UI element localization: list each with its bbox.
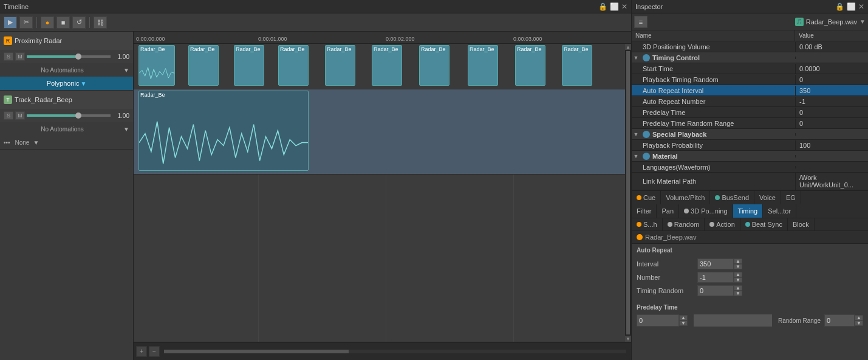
zoom-out-button[interactable]: − xyxy=(149,346,160,357)
tab-3d-positioning[interactable]: 3D Po...ning xyxy=(679,204,733,218)
clip-2[interactable]: Radar_Be xyxy=(188,45,219,86)
interval-spin-down[interactable]: ▼ xyxy=(734,264,742,269)
inspector-lock-icon[interactable]: 🔒 xyxy=(835,2,844,11)
subtab-random[interactable]: Random xyxy=(663,218,705,230)
subtab-beat-sync-label: Beat Sync xyxy=(752,221,782,228)
horizontal-scrollbar[interactable] xyxy=(164,350,626,353)
prop-section-material[interactable]: ▼ Material xyxy=(632,151,868,162)
tab-selector[interactable]: Sel...tor xyxy=(763,204,796,218)
prop-row-playback-random[interactable]: Playback Timing Random 0 xyxy=(632,74,868,85)
prop-row-predelay-time[interactable]: Predelay Time 0 xyxy=(632,107,868,118)
track-solo-button-2[interactable]: M xyxy=(15,111,25,120)
main-clip[interactable]: Radar_Be xyxy=(138,91,309,171)
prop-header-name: Name xyxy=(632,30,795,41)
track-mode-arrow-1[interactable]: ▼ xyxy=(80,80,86,87)
clip-7[interactable]: Radar_Be xyxy=(419,45,449,86)
subtab-action[interactable]: Action xyxy=(705,218,740,230)
interval-row: Interval ▲ ▼ xyxy=(637,258,863,269)
zoom-in-button[interactable]: + xyxy=(136,346,147,357)
clip-5[interactable]: Radar_Be xyxy=(325,45,355,86)
subtab-beat-sync[interactable]: Beat Sync xyxy=(740,218,788,230)
predelay-spin-down[interactable]: ▼ xyxy=(679,320,688,326)
tab-volume-pitch[interactable]: Volume/Pitch xyxy=(661,191,710,204)
track-solo-button-1[interactable]: M xyxy=(15,52,25,61)
clip-3[interactable]: Radar_Be xyxy=(234,45,264,86)
prop-row-link-material[interactable]: Link Material Path /Work Unit/WorkUnit_0… xyxy=(632,173,868,190)
predelay-spin-up[interactable]: ▲ xyxy=(679,315,688,320)
clip-4[interactable]: Radar_Be xyxy=(278,45,309,86)
tab-eg-label: EG xyxy=(786,194,796,201)
automation-arrow-2[interactable]: ▼ xyxy=(123,126,129,133)
prop-row-auto-repeat-number[interactable]: Auto Repeat Number -1 xyxy=(632,96,868,107)
clip-6[interactable]: Radar_Be xyxy=(372,45,402,86)
ruler-mark-1: 0:00:01.000 xyxy=(258,36,287,42)
prop-section-special[interactable]: ▼ Special Playback xyxy=(632,129,868,140)
number-spin-buttons: ▲ ▼ xyxy=(734,272,742,283)
tab-bussend[interactable]: BusSend xyxy=(710,191,754,204)
random-range-spin-down[interactable]: ▼ xyxy=(855,320,863,326)
inspector-menu-button[interactable]: ≡ xyxy=(634,16,648,28)
vertical-scrollbar[interactable]: ▲ ▼ xyxy=(625,44,631,342)
clip-1[interactable]: Radar_Be xyxy=(138,45,175,86)
inspector-restore-icon[interactable]: ⬜ xyxy=(847,2,856,11)
automation-arrow-1[interactable]: ▼ xyxy=(123,67,129,74)
prop-row-auto-repeat-interval[interactable]: Auto Repeat Interval 350 xyxy=(632,85,868,96)
restore-icon[interactable]: ⬜ xyxy=(610,2,619,11)
predelay-spin-buttons: ▲ ▼ xyxy=(679,315,688,326)
prop-section-timing[interactable]: ▼ Timing Control xyxy=(632,52,868,63)
tab-filter[interactable]: Filter xyxy=(632,204,657,218)
timing-random-spin-up[interactable]: ▲ xyxy=(734,285,742,291)
material-section-label: Material xyxy=(640,151,795,161)
inspector-file-name: Radar_Beep.wav xyxy=(806,18,857,26)
track-mode-arrow-2[interactable]: ▼ xyxy=(33,139,39,146)
tab-voice[interactable]: Voice xyxy=(754,191,781,204)
interval-input[interactable] xyxy=(697,258,734,269)
subtab-block[interactable]: Block xyxy=(788,218,815,230)
scroll-up-button[interactable]: ▲ xyxy=(625,44,631,50)
lock-icon[interactable]: 🔒 xyxy=(598,2,607,11)
number-input[interactable] xyxy=(697,272,734,283)
track-volume-slider-2[interactable] xyxy=(27,114,111,117)
prop-row-languages[interactable]: Languages(Waveform) xyxy=(632,162,868,173)
inspector-close-icon[interactable]: ✕ xyxy=(858,2,864,11)
timing-random-input-group: ▲ ▼ xyxy=(697,285,742,296)
prop-row-playback-prob[interactable]: Playback Probability 100 xyxy=(632,140,868,151)
prop-row-predelay-random[interactable]: Predelay Time Random Range 0 xyxy=(632,118,868,129)
tab-cue[interactable]: Cue xyxy=(632,191,661,204)
predelay-value-input[interactable] xyxy=(637,314,679,327)
tab-eg[interactable]: EG xyxy=(781,191,801,204)
select-tool-button[interactable]: ▶ xyxy=(4,16,17,29)
subtab-sh[interactable]: S...h xyxy=(632,218,663,230)
track-volume-slider-1[interactable] xyxy=(27,55,111,58)
timing-random-input[interactable] xyxy=(697,285,734,296)
clip-9[interactable]: Radar_Be xyxy=(515,45,545,86)
scroll-down-button[interactable]: ▼ xyxy=(625,336,631,342)
timing-section-toggle[interactable]: ▼ xyxy=(632,55,640,61)
scissors-tool-button[interactable]: ✂ xyxy=(19,16,33,29)
tab-timing[interactable]: Timing xyxy=(733,204,764,218)
random-range-label: Random Range xyxy=(778,317,821,324)
link-button[interactable]: ⛓ xyxy=(94,16,107,29)
horizontal-scroll-thumb[interactable] xyxy=(164,350,349,353)
timing-random-spin-down[interactable]: ▼ xyxy=(734,291,742,296)
random-range-input[interactable] xyxy=(824,314,855,327)
prop-row-3d-vol[interactable]: 3D Positioning Volume 0.00 dB xyxy=(632,41,868,52)
file-dropdown-arrow[interactable]: ▼ xyxy=(859,18,866,25)
number-spin-down[interactable]: ▼ xyxy=(734,277,742,283)
stop-button[interactable]: ■ xyxy=(56,16,70,29)
interval-spin-up[interactable]: ▲ xyxy=(734,258,742,264)
track-mute-button-1[interactable]: S xyxy=(4,52,13,61)
tab-pan[interactable]: Pan xyxy=(657,204,679,218)
number-spin-up[interactable]: ▲ xyxy=(734,272,742,277)
prop-row-start-time[interactable]: Start Time 0.0000 xyxy=(632,63,868,74)
close-icon[interactable]: ✕ xyxy=(621,2,627,11)
track-mute-button-2[interactable]: S xyxy=(4,111,13,120)
scroll-thumb-v[interactable] xyxy=(626,51,630,334)
material-section-toggle[interactable]: ▼ xyxy=(632,153,640,159)
loop-button[interactable]: ↺ xyxy=(72,16,86,29)
record-button[interactable]: ● xyxy=(41,16,54,29)
clip-8[interactable]: Radar_Be xyxy=(468,45,498,86)
random-range-spin-up[interactable]: ▲ xyxy=(855,315,863,320)
clip-10[interactable]: Radar_Be xyxy=(562,45,592,86)
special-section-toggle[interactable]: ▼ xyxy=(632,131,640,137)
